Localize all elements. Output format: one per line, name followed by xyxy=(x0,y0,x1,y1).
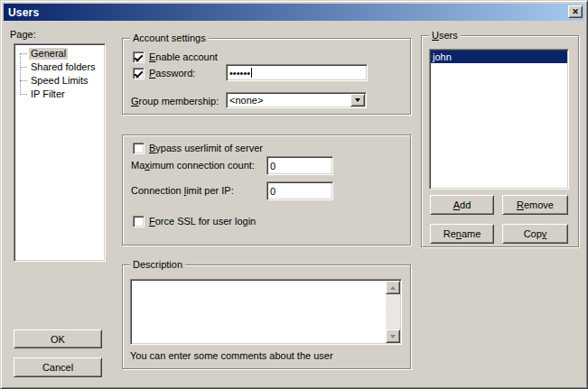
description-hint: You can enter some comments about the us… xyxy=(130,350,333,362)
account-settings-caption: Account settings xyxy=(130,32,209,43)
tree-item-general[interactable]: General xyxy=(14,47,105,60)
copy-button[interactable]: Copy xyxy=(502,224,568,244)
bypass-userlimit-label: Bypass userlimit of server xyxy=(149,143,263,154)
group-membership-value: <none> xyxy=(229,95,263,106)
group-membership-label: Group membership: xyxy=(131,96,219,107)
enable-account-checkbox[interactable] xyxy=(133,51,145,63)
user-list-item[interactable]: john xyxy=(431,51,567,63)
description-group: Description You can enter some comments … xyxy=(122,264,411,369)
description-scrollbar[interactable] xyxy=(386,281,400,343)
cancel-button-label: Cancel xyxy=(42,362,73,373)
page-label: Page: xyxy=(10,29,36,40)
text-caret xyxy=(251,68,252,78)
description-caption: Description xyxy=(130,259,185,270)
rename-button[interactable]: Rename xyxy=(430,224,494,244)
max-connection-count-value: 0 xyxy=(270,161,275,171)
scroll-up-icon xyxy=(390,286,396,290)
copy-button-label: Copy xyxy=(524,228,547,239)
users-dialog: Users ✕ Page: General Shared folders Spe… xyxy=(0,0,588,389)
close-button[interactable]: ✕ xyxy=(568,5,583,18)
tree-item-label: General xyxy=(29,48,68,60)
remove-button-label: Remove xyxy=(517,199,554,210)
remove-button[interactable]: Remove xyxy=(502,195,568,215)
password-checkbox[interactable] xyxy=(133,68,145,79)
description-textarea[interactable] xyxy=(130,279,402,345)
ok-button[interactable]: OK xyxy=(14,329,102,348)
tree-item-label: Shared folders xyxy=(29,61,98,73)
force-ssl-checkbox[interactable] xyxy=(133,216,145,227)
chevron-down-icon xyxy=(355,98,360,102)
users-group: Users john Add Remove Rename Copy xyxy=(421,35,579,247)
enable-account-label: Enable account xyxy=(149,51,218,63)
add-button[interactable]: Add xyxy=(430,195,494,215)
tree-item-ip-filter[interactable]: IP Filter xyxy=(14,88,105,101)
add-button-label: Add xyxy=(453,199,471,210)
rename-button-label: Rename xyxy=(443,228,481,239)
account-settings-group: Account settings Enable account Password… xyxy=(122,38,411,115)
ok-button-label: OK xyxy=(51,334,65,345)
dropdown-button[interactable] xyxy=(350,94,365,107)
force-ssl-label: Force SSL for user login xyxy=(149,216,256,227)
scroll-down-button[interactable] xyxy=(386,329,400,343)
password-label: Password: xyxy=(149,68,195,79)
user-name: john xyxy=(433,51,452,62)
group-membership-select[interactable]: <none> xyxy=(226,92,367,108)
scroll-down-icon xyxy=(390,335,396,338)
tree-item-speed-limits[interactable]: Speed Limits xyxy=(14,74,105,88)
max-connection-count-input[interactable]: 0 xyxy=(266,156,333,175)
titlebar: Users xyxy=(4,4,584,21)
tree-item-shared-folders[interactable]: Shared folders xyxy=(14,60,105,74)
page-tree[interactable]: General Shared folders Speed Limits IP F… xyxy=(14,43,106,262)
bypass-userlimit-checkbox[interactable] xyxy=(133,143,145,154)
window-title: Users xyxy=(8,6,39,19)
max-connection-count-label: Maximum connection count: xyxy=(131,160,255,171)
users-caption: Users xyxy=(429,30,461,41)
connection-limit-per-ip-value: 0 xyxy=(270,186,275,197)
connection-limit-per-ip-input[interactable]: 0 xyxy=(266,181,333,200)
connection-limits-group: Bypass userlimit of server Maximum conne… xyxy=(122,134,411,245)
users-listbox[interactable]: john xyxy=(429,49,569,190)
tree-item-label: Speed Limits xyxy=(29,75,90,87)
tree-item-label: IP Filter xyxy=(29,88,67,100)
scroll-up-button[interactable] xyxy=(386,281,400,294)
connection-limit-per-ip-label: Connection limit per IP: xyxy=(131,185,234,197)
password-value: •••••• xyxy=(229,68,250,79)
close-icon: ✕ xyxy=(572,8,579,16)
password-input[interactable]: •••••• xyxy=(226,64,368,81)
cancel-button[interactable]: Cancel xyxy=(14,357,102,377)
